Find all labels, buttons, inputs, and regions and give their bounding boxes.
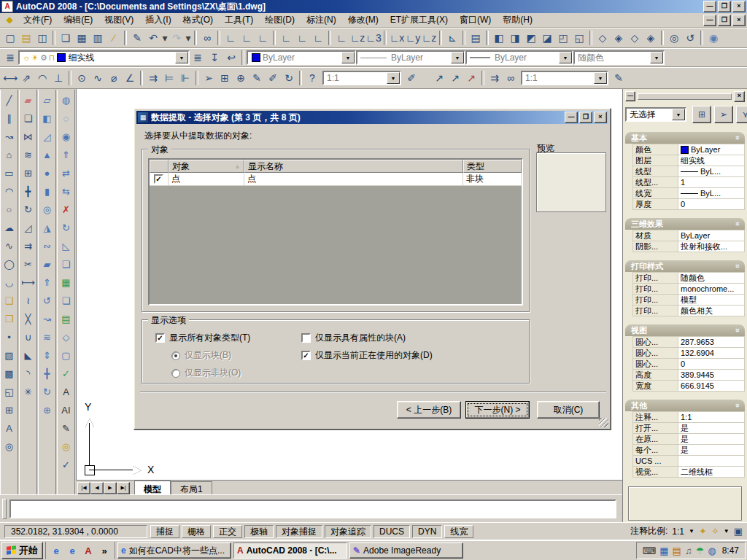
keyboard-icon[interactable]: ⌨ (643, 545, 657, 556)
menu-insert[interactable]: 插入(I) (139, 12, 177, 28)
dialog-resize-grip[interactable] (599, 418, 608, 427)
aligned-dimension-icon[interactable]: ⇗ (18, 70, 34, 86)
plotstyle-combo[interactable]: 随颜色 ▼ (573, 50, 665, 65)
point-icon[interactable]: • (1, 329, 18, 345)
layer-combo-arrow-icon[interactable]: ▼ (175, 52, 188, 63)
new-file-icon[interactable]: ▢ (2, 30, 18, 46)
clean-screen-icon[interactable]: ▣ (734, 526, 743, 537)
menu-view[interactable]: 视图(V) (98, 12, 139, 28)
mirror-icon[interactable]: ⋈ (20, 128, 36, 144)
close-button[interactable]: × (732, 1, 746, 12)
ucs-z-vector-icon[interactable]: ∟z (349, 30, 365, 46)
construction-line-icon[interactable]: ∥ (1, 110, 18, 126)
doc-minimize-button[interactable]: — (703, 15, 716, 26)
table-icon[interactable]: ⊞ (1, 402, 18, 418)
union-icon[interactable]: ◍ (58, 92, 74, 108)
cone-icon[interactable]: ▲ (39, 147, 55, 163)
dyn-toggle[interactable]: DYN (412, 525, 442, 538)
open-file-icon[interactable]: ▤ (18, 30, 34, 46)
property-value[interactable]: 是 (678, 423, 745, 434)
ucs-3point-icon[interactable]: ∟3 (365, 30, 382, 46)
angular-dimension-icon[interactable]: ∠ (122, 70, 138, 86)
ucs-y-icon[interactable]: ∟y (405, 30, 421, 46)
move-icon[interactable]: ╋ (20, 183, 36, 199)
undo-icon[interactable]: ↶ (145, 30, 161, 46)
select-objects-button[interactable]: ➢ (714, 106, 733, 123)
layer-properties-manager-icon[interactable]: ≣ (190, 50, 206, 66)
annotation-visibility-icon[interactable]: ✦ (699, 526, 707, 537)
circle-icon[interactable]: ○ (1, 201, 18, 217)
quick-dimension-icon[interactable]: ⇉ (145, 70, 161, 86)
property-value[interactable]: 二维线框 (678, 467, 745, 478)
named-views-icon[interactable]: ▤ (468, 30, 484, 46)
scale-icon[interactable]: ◿ (20, 219, 36, 236)
lineweight-combo[interactable]: ByLayer ▼ (465, 50, 573, 65)
rotate-faces-icon[interactable]: ↻ (58, 219, 74, 236)
menu-tools[interactable]: 工具(T) (219, 12, 259, 28)
header-type-column[interactable]: 类型 (463, 160, 522, 173)
hyperlink-icon[interactable]: ∞ (199, 30, 215, 46)
selection-combo[interactable]: 无选择 ▼ (625, 107, 686, 122)
minimize-button[interactable]: — (703, 1, 716, 12)
dim-scale-combo[interactable]: 1:1 ▼ (322, 71, 401, 85)
region-icon[interactable]: ◱ (1, 384, 18, 400)
linear-dimension-icon[interactable]: ⟷ (2, 70, 18, 86)
explode-icon[interactable]: ✳ (20, 384, 36, 400)
menu-file[interactable]: 文件(F) (18, 12, 58, 28)
menu-dimension[interactable]: 标注(N) (301, 12, 342, 28)
view-bottom-icon[interactable]: ◨ (507, 30, 523, 46)
shell-icon[interactable]: ▢ (58, 347, 74, 363)
doc-restore-button[interactable]: ❐ (718, 15, 731, 26)
mleader-scale-combo[interactable]: 1:1 ▼ (521, 71, 608, 85)
clean-icon[interactable]: ∕ (106, 30, 122, 46)
move-faces-icon[interactable]: ⇄ (58, 165, 74, 181)
dimension-text-edit-icon[interactable]: ✐ (265, 70, 281, 86)
quick-select-button[interactable]: ⋎ (736, 106, 747, 123)
menu-edit[interactable]: 编辑(E) (58, 12, 98, 28)
header-object-column[interactable]: 对象 ▲ (169, 160, 244, 173)
align-multileaders-icon[interactable]: ⇉ (487, 70, 503, 86)
help-icon[interactable]: ? (304, 70, 320, 86)
ordinate-dimension-icon[interactable]: ⊥ (50, 70, 66, 86)
globe-icon[interactable]: ◍ (708, 545, 716, 556)
property-value[interactable] (678, 456, 745, 467)
plot-preview-icon[interactable]: ▥ (90, 30, 106, 46)
color-edges-icon[interactable]: ▤ (58, 311, 74, 327)
menu-express-tools[interactable]: ET扩展工具(X) (384, 12, 454, 28)
coordinates-display[interactable]: 352.0182, 31.9304 , 0.0000 (4, 525, 147, 538)
ucs-world-icon[interactable]: ∟ (239, 30, 255, 46)
insert-block-icon[interactable]: ❑ (1, 292, 18, 308)
menu-help[interactable]: 帮助(H) (497, 12, 538, 28)
display-blocks-with-attributes-checkbox[interactable] (301, 333, 311, 343)
intersect-icon[interactable]: ◉ (58, 128, 74, 144)
revolve-icon[interactable]: ↺ (39, 292, 55, 308)
dimension-edit-icon[interactable]: ✎ (249, 70, 265, 86)
view-sw-isometric-icon[interactable]: ◇ (595, 30, 611, 46)
stretch-icon[interactable]: ⇉ (20, 238, 36, 254)
rectangle-icon[interactable]: ▭ (1, 165, 18, 181)
ducs-toggle[interactable]: DUCS (374, 525, 410, 538)
command-input[interactable] (9, 499, 616, 518)
property-value[interactable]: 细实线 (678, 155, 745, 166)
table-row[interactable]: ✓点点非块 (150, 173, 522, 186)
redo-dropdown-icon[interactable]: ▾ (185, 30, 192, 46)
print-icon[interactable]: ▦ (74, 30, 90, 46)
add-leader-icon[interactable]: ↗ (447, 70, 463, 86)
ucs-view-icon[interactable]: ∟ (310, 30, 326, 46)
property-value[interactable]: 随颜色 (678, 273, 745, 284)
section-header[interactable]: 其他« (625, 400, 745, 411)
clean-solid-icon[interactable]: ◇ (58, 329, 74, 345)
revision-cloud-icon[interactable]: ☁ (1, 219, 18, 236)
taper-faces-icon[interactable]: ◺ (58, 238, 74, 254)
quick-launch-more-icon[interactable]: » (97, 543, 112, 558)
snap-toggle[interactable]: 捕捉 (150, 525, 179, 538)
antivirus-umbrella-icon[interactable]: ☂ (696, 545, 705, 556)
dimension-style-icon[interactable]: ✐ (403, 70, 419, 86)
linetype-combo-arrow-icon[interactable]: ▼ (451, 52, 464, 63)
tab-last-icon[interactable]: ▶| (117, 482, 130, 494)
ie-channels-icon[interactable]: e (49, 543, 63, 558)
radius-dimension-icon[interactable]: ⊙ (74, 70, 90, 86)
subtract-icon[interactable]: ◌ (58, 110, 74, 126)
menu-format[interactable]: 格式(O) (177, 12, 219, 28)
3d-orbit-tool-icon[interactable]: ⊕ (39, 402, 55, 418)
